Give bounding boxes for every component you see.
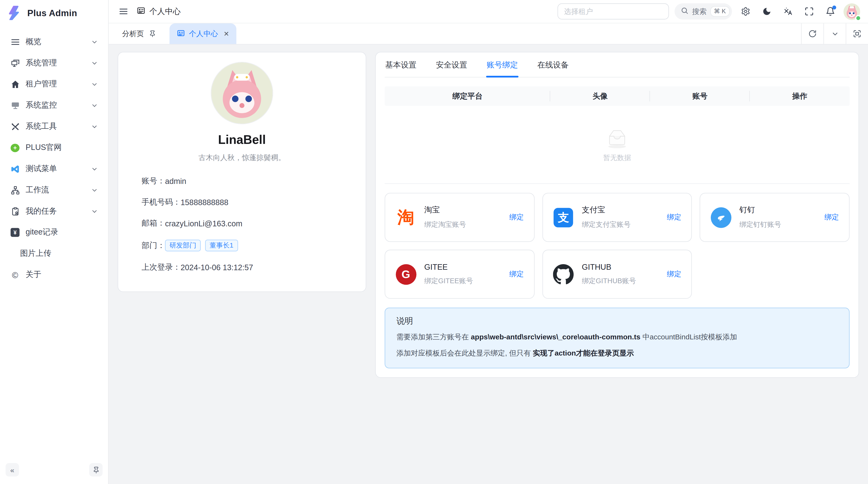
chevron-down-icon[interactable]: [824, 23, 845, 44]
tab-account-binding[interactable]: 账号绑定: [486, 52, 518, 77]
home-icon: [10, 79, 20, 89]
tab-online-devices[interactable]: 在线设备: [537, 52, 569, 77]
bind-alipay-link[interactable]: 绑定: [667, 212, 681, 223]
field-email: 邮箱：crazyLionLi@163.com: [142, 218, 342, 228]
pin-icon[interactable]: [149, 30, 156, 37]
user-avatar[interactable]: [843, 3, 860, 20]
online-status-dot: [855, 15, 861, 21]
close-icon[interactable]: ✕: [223, 30, 229, 38]
profile-avatar[interactable]: [211, 62, 273, 124]
notice-title: 说明: [396, 316, 838, 327]
sidebar-item-system-tools[interactable]: 系统工具: [4, 116, 104, 137]
bell-icon[interactable]: [822, 4, 838, 19]
sidebar-item-overview[interactable]: 概览: [4, 31, 104, 52]
department-tag: 董事长1: [205, 239, 238, 251]
binding-table-header: 绑定平台 头像 账号 操作: [384, 86, 849, 106]
tab-basic-settings[interactable]: 基本设置: [384, 52, 417, 77]
empty-text: 暂无数据: [603, 153, 631, 162]
bind-gitee-link[interactable]: 绑定: [509, 269, 524, 279]
bind-card-alipay: 支 支付宝 绑定支付宝账号 绑定: [542, 193, 692, 242]
moon-icon[interactable]: [759, 4, 774, 19]
sidebar-item-gitee-records[interactable]: ¥ gitee记录: [4, 222, 104, 243]
sidebar-item-workflow[interactable]: 工作流: [4, 179, 104, 200]
sidebar-item-image-upload[interactable]: 图片上传: [4, 243, 104, 264]
content: LinaBell 古木向人秋，惊蓬掠鬓稠。 账号：admin 手机号码：1588…: [109, 44, 868, 484]
chevron-down-icon: [91, 102, 98, 109]
search-icon: [680, 7, 688, 16]
field-last-login: 上次登录：2024-10-06 13:12:57: [142, 262, 342, 272]
sidebar-item-my-tasks[interactable]: 我的任务: [4, 200, 104, 222]
fullscreen-icon[interactable]: [801, 4, 817, 19]
tenant-select-input[interactable]: [557, 3, 669, 20]
github-icon: [553, 264, 574, 285]
sidebar-item-system-monitor[interactable]: 系统监控: [4, 95, 104, 116]
copyright-icon: ©: [10, 270, 20, 280]
global-search[interactable]: 搜索 ⌘ K: [674, 3, 732, 20]
clipboard-icon: [10, 206, 20, 216]
sidebar-item-tenant-management[interactable]: 租户管理: [4, 73, 104, 95]
sidebar-item-system-management[interactable]: 系统管理: [4, 52, 104, 73]
plus-circle-icon: +: [10, 143, 20, 153]
app-root: Plus Admin 概览 系统管理 租户管理: [0, 0, 868, 484]
logo-icon: [8, 5, 22, 22]
bind-github-link[interactable]: 绑定: [667, 269, 681, 279]
bind-card-gitee: G GITEE 绑定GITEE账号 绑定: [384, 250, 534, 299]
bind-card-taobao: 淘 淘宝 绑定淘宝账号 绑定: [384, 193, 534, 242]
sidebar-item-about[interactable]: © 关于: [4, 264, 104, 285]
bind-dingtalk-link[interactable]: 绑定: [825, 212, 839, 223]
department-tag: 研发部门: [165, 239, 200, 251]
sidebar-collapse-button[interactable]: «: [5, 463, 19, 476]
app-title: Plus Admin: [27, 8, 77, 19]
sidebar-item-test-menu[interactable]: 测试菜单: [4, 158, 104, 180]
chevron-down-icon: [91, 80, 98, 88]
workflow-icon: [10, 185, 20, 195]
maximize-view-icon[interactable]: [845, 23, 868, 44]
tabbar-controls: [801, 23, 868, 44]
sidebar: Plus Admin 概览 系统管理 租户管理: [0, 0, 109, 484]
tab-analysis[interactable]: 分析页: [109, 23, 163, 44]
hamburger-menu-icon[interactable]: [116, 4, 131, 19]
bind-taobao-link[interactable]: 绑定: [509, 212, 524, 223]
gitee-icon: G: [395, 264, 416, 285]
search-shortcut-badge: ⌘ K: [711, 7, 729, 16]
profile-motto: 古木向人秋，惊蓬掠鬓稠。: [142, 153, 342, 163]
translate-icon[interactable]: [780, 4, 796, 19]
taobao-icon: 淘: [395, 207, 416, 228]
tab-security-settings[interactable]: 安全设置: [435, 52, 468, 77]
chevron-down-icon: [91, 123, 98, 130]
tools-icon: [10, 122, 20, 132]
system-screens-icon: [10, 58, 20, 68]
field-account: 账号：admin: [142, 176, 342, 186]
tabbar: 分析页 个人中心 ✕: [109, 23, 868, 44]
empty-state: 暂无数据: [384, 106, 849, 184]
sidebar-pin-button[interactable]: [89, 463, 102, 476]
bind-card-github: GITHUB 绑定GITHUB账号 绑定: [542, 250, 692, 299]
profile-card: LinaBell 古木向人秋，惊蓬掠鬓稠。 账号：admin 手机号码：1588…: [118, 52, 366, 292]
settings-gear-icon[interactable]: [738, 4, 753, 19]
chevron-down-icon: [91, 165, 98, 172]
chevron-down-icon: [91, 38, 98, 45]
dingtalk-icon: [710, 207, 732, 228]
sidebar-item-plus-website[interactable]: + PLUS官网: [4, 137, 104, 158]
header: 个人中心 搜索 ⌘ K: [109, 0, 868, 23]
menu-icon: [10, 37, 20, 47]
notice-line-2: 添加对应模板后会在此处显示绑定, 但只有 实现了action才能在登录页显示: [396, 348, 838, 358]
sidebar-nav: 概览 系统管理 租户管理 系: [0, 27, 108, 460]
bind-card-dingtalk: 钉钉 绑定钉钉账号 绑定: [700, 193, 849, 242]
profile-name: LinaBell: [142, 133, 342, 147]
breadcrumb[interactable]: 个人中心: [136, 6, 181, 17]
notification-badge: [832, 5, 836, 9]
field-department: 部门： 研发部门 董事长1: [142, 239, 342, 251]
panel-tabs: 基本设置 安全设置 账号绑定 在线设备: [384, 52, 849, 77]
calendar-yen-icon: ¥: [10, 227, 20, 237]
tab-profile-center[interactable]: 个人中心 ✕: [169, 23, 237, 44]
vscode-icon: [10, 164, 20, 174]
chevron-down-icon: [91, 186, 98, 194]
profile-card-icon: [177, 29, 185, 39]
monitor-icon: [10, 100, 20, 110]
notice-line-1: 需要添加第三方账号在 apps\web-antd\src\views\_core…: [396, 332, 838, 343]
alipay-icon: 支: [553, 207, 574, 228]
logo[interactable]: Plus Admin: [0, 0, 108, 27]
refresh-icon[interactable]: [801, 23, 823, 44]
sidebar-footer: «: [0, 460, 108, 484]
